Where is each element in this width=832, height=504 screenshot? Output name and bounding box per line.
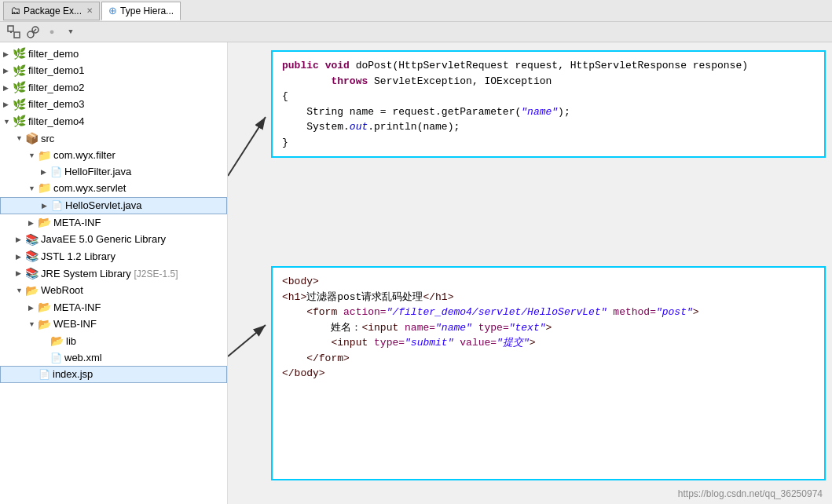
left-panel: ▶ 🌿 filter_demo ▶ 🌿 filter_demo1 ▶ 🌿 fil… bbox=[0, 42, 228, 504]
code-box-top: public void doPost(HttpServletRequest re… bbox=[271, 50, 826, 158]
jre15-label: JRE System Library [J2SE-1.5] bbox=[41, 267, 178, 281]
link-icon bbox=[26, 25, 40, 39]
arrow-web-inf: ▼ bbox=[28, 320, 38, 330]
tree-item-filter-demo1[interactable]: ▶ 🌿 filter_demo1 bbox=[0, 63, 227, 80]
arrow-javaee5: ▶ bbox=[16, 235, 25, 245]
svg-rect-0 bbox=[8, 26, 13, 31]
arrow-hello-servlet: ▶ bbox=[42, 201, 51, 211]
watermark: https://blog.csdn.net/qq_36250974 bbox=[678, 488, 823, 499]
hello-filter-icon: 📄 bbox=[50, 166, 62, 179]
tree-item-webroot[interactable]: ▼ 📂 WebRoot bbox=[0, 283, 227, 300]
webroot-icon: 📂 bbox=[25, 283, 38, 299]
right-panel: public void doPost(HttpServletRequest re… bbox=[228, 42, 832, 504]
tree-item-index-jsp[interactable]: 📄 index.jsp bbox=[0, 366, 227, 383]
tree-item-meta-inf-webroot[interactable]: ▶ 📂 META-INF bbox=[0, 299, 227, 316]
arrow-filter-demo2: ▶ bbox=[3, 83, 13, 93]
main-layout: ▶ 🌿 filter_demo ▶ 🌿 filter_demo1 ▶ 🌿 fil… bbox=[0, 42, 832, 504]
meta-inf-src-label: META-INF bbox=[53, 216, 101, 230]
toolbar-btn-1[interactable] bbox=[6, 24, 22, 40]
arrow-filter-demo: ▶ bbox=[3, 49, 13, 60]
arrow-meta-inf-webroot: ▶ bbox=[28, 303, 38, 313]
tab-type-hierarchy-label: Type Hiera... bbox=[120, 5, 174, 16]
toolbar-dropdown[interactable]: ▼ bbox=[63, 24, 79, 40]
web-xml-label: web.xml bbox=[64, 351, 102, 365]
hello-filter-label: HelloFilter.java bbox=[64, 165, 131, 179]
lib-label: lib bbox=[66, 334, 76, 349]
code-bottom-line5: <input type="submit" value="提交"> bbox=[282, 335, 815, 351]
tree-item-filter-demo4[interactable]: ▼ 🌿 filter_demo4 bbox=[0, 113, 227, 130]
javaee5-icon: 📚 bbox=[25, 232, 38, 248]
src-icon: 📦 bbox=[25, 131, 38, 147]
collapse-all-icon bbox=[7, 25, 21, 39]
code-top-line6: } bbox=[282, 135, 815, 151]
toolbar-btn-2[interactable] bbox=[25, 24, 41, 40]
code-bottom-line1: <body> bbox=[282, 274, 815, 290]
toolbar-btn-3[interactable]: ● bbox=[44, 24, 60, 40]
code-top-line4: String name = request.getParameter("name… bbox=[282, 104, 815, 120]
tree-item-hello-servlet[interactable]: ▶ 📄 HelloServlet.java bbox=[0, 197, 227, 214]
arrow-com-wyx-servlet: ▼ bbox=[28, 184, 38, 194]
tree-item-web-inf[interactable]: ▼ 📂 WEB-INF bbox=[0, 316, 227, 334]
tree-item-filter-demo3[interactable]: ▶ 🌿 filter_demo3 bbox=[0, 97, 227, 114]
code-top-line3: { bbox=[282, 89, 815, 104]
jstl12-label: JSTL 1.2 Library bbox=[41, 250, 115, 264]
code-bottom-line4: 姓名：<input name="name" type="text"> bbox=[282, 320, 815, 336]
svg-line-10 bbox=[228, 325, 266, 356]
tree-item-src[interactable]: ▼ 📦 src bbox=[0, 130, 227, 148]
filter-demo4-label: filter_demo4 bbox=[28, 115, 85, 129]
tree-item-com-wyx-servlet[interactable]: ▼ 📁 com.wyx.servlet bbox=[0, 180, 227, 197]
filter-demo2-label: filter_demo2 bbox=[28, 81, 85, 95]
filter-demo4-icon: 🌿 bbox=[13, 114, 26, 130]
meta-inf-src-icon: 📂 bbox=[38, 215, 51, 231]
filter-demo2-icon: 🌿 bbox=[13, 80, 26, 96]
tab-package-explorer-close[interactable]: ✕ bbox=[86, 6, 93, 15]
index-jsp-icon: 📄 bbox=[38, 368, 50, 382]
web-xml-icon: 📄 bbox=[50, 352, 62, 365]
web-inf-icon: 📂 bbox=[38, 317, 51, 333]
hello-servlet-label: HelloServlet.java bbox=[65, 199, 142, 213]
filter-demo-label: filter_demo bbox=[28, 47, 79, 61]
tree-item-lib[interactable]: 📂 lib bbox=[0, 333, 227, 350]
arrow-jre15: ▶ bbox=[16, 268, 25, 279]
tab-type-hierarchy[interactable]: ⊕ Type Hiera... bbox=[101, 2, 181, 20]
arrow-hello-filter: ▶ bbox=[41, 167, 50, 177]
filter-demo-icon: 🌿 bbox=[13, 46, 26, 62]
tree-item-jre15[interactable]: ▶ 📚 JRE System Library [J2SE-1.5] bbox=[0, 265, 227, 283]
filter-demo1-label: filter_demo1 bbox=[28, 64, 85, 78]
arrow-meta-inf-src: ▶ bbox=[28, 218, 38, 228]
code-bottom-line6: </form> bbox=[282, 351, 815, 367]
com-wyx-filter-icon: 📁 bbox=[38, 148, 51, 164]
tree-item-filter-demo2[interactable]: ▶ 🌿 filter_demo2 bbox=[0, 79, 227, 97]
arrow-webroot: ▼ bbox=[16, 286, 25, 296]
tree-item-com-wyx-filter[interactable]: ▼ 📁 com.wyx.filter bbox=[0, 148, 227, 165]
tree-item-meta-inf-src[interactable]: ▶ 📂 META-INF bbox=[0, 214, 227, 232]
meta-inf-webroot-icon: 📂 bbox=[38, 300, 51, 316]
tree-item-filter-demo[interactable]: ▶ 🌿 filter_demo bbox=[0, 46, 227, 63]
tree-item-web-xml[interactable]: 📄 web.xml bbox=[0, 350, 227, 366]
filter-demo1-icon: 🌿 bbox=[13, 64, 26, 79]
code-bottom-line3: <form action="/filter_demo4/servlet/Hell… bbox=[282, 305, 815, 320]
src-label: src bbox=[41, 132, 54, 146]
tab-package-explorer-label: Package Ex... bbox=[24, 5, 82, 16]
tree-item-jstl12[interactable]: ▶ 📚 JSTL 1.2 Library bbox=[0, 248, 227, 265]
meta-inf-webroot-label: META-INF bbox=[53, 301, 101, 315]
webroot-label: WebRoot bbox=[41, 283, 83, 298]
arrow-filter-demo4: ▼ bbox=[3, 117, 13, 127]
tab-package-explorer[interactable]: 🗂 Package Ex... ✕ bbox=[3, 2, 100, 20]
toolbar: ● ▼ bbox=[0, 22, 832, 42]
javaee5-label: JavaEE 5.0 Generic Library bbox=[41, 232, 166, 247]
hello-servlet-icon: 📄 bbox=[51, 199, 63, 213]
arrow-filter-demo3: ▶ bbox=[3, 100, 13, 110]
tree-item-javaee5[interactable]: ▶ 📚 JavaEE 5.0 Generic Library bbox=[0, 232, 227, 249]
code-box-bottom: <body> <h1>过滤器post请求乱码处理</h1> <form acti… bbox=[271, 266, 826, 480]
arrow-src: ▼ bbox=[16, 133, 25, 144]
web-inf-label: WEB-INF bbox=[53, 317, 97, 331]
com-wyx-servlet-label: com.wyx.servlet bbox=[53, 181, 126, 195]
type-hierarchy-icon: ⊕ bbox=[108, 5, 117, 16]
arrow-com-wyx-filter: ▼ bbox=[28, 151, 38, 161]
svg-rect-1 bbox=[14, 32, 20, 38]
com-wyx-servlet-icon: 📁 bbox=[38, 181, 51, 196]
tab-bar: 🗂 Package Ex... ✕ ⊕ Type Hiera... bbox=[0, 0, 832, 22]
tree-item-hello-filter[interactable]: ▶ 📄 HelloFilter.java bbox=[0, 164, 227, 180]
arrow-jstl12: ▶ bbox=[16, 252, 25, 262]
